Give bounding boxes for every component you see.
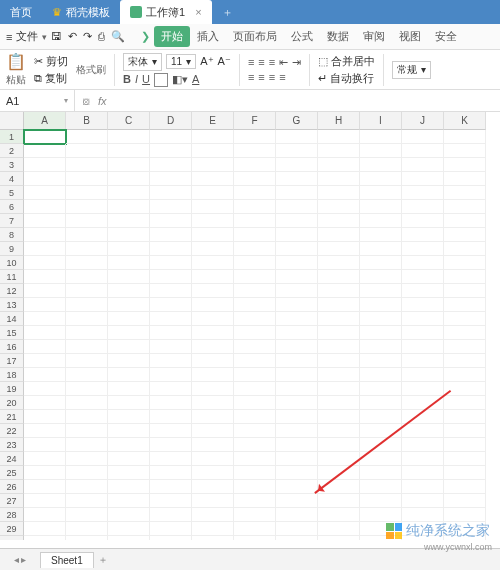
cell[interactable] [318, 396, 360, 410]
cell[interactable] [276, 340, 318, 354]
ribbon-tab-review[interactable]: 审阅 [356, 26, 392, 47]
cell[interactable] [276, 186, 318, 200]
cell[interactable] [192, 144, 234, 158]
cell[interactable] [234, 200, 276, 214]
cell[interactable] [108, 536, 150, 540]
col-header-J[interactable]: J [402, 112, 444, 130]
cell[interactable] [444, 354, 486, 368]
col-header-A[interactable]: A [24, 112, 66, 130]
cell[interactable] [444, 424, 486, 438]
cell[interactable] [234, 340, 276, 354]
align-center-icon[interactable]: ≡ [258, 71, 264, 83]
row-header[interactable]: 6 [0, 200, 24, 214]
cell[interactable] [150, 270, 192, 284]
row-header[interactable]: 17 [0, 354, 24, 368]
cell[interactable] [150, 172, 192, 186]
cell[interactable] [234, 480, 276, 494]
cell[interactable] [444, 172, 486, 186]
cell[interactable] [360, 452, 402, 466]
cell[interactable] [108, 424, 150, 438]
cell[interactable] [360, 354, 402, 368]
cell[interactable] [234, 522, 276, 536]
cell[interactable] [402, 312, 444, 326]
cell[interactable] [24, 144, 66, 158]
cell[interactable] [360, 410, 402, 424]
cell[interactable] [150, 298, 192, 312]
cell[interactable] [402, 228, 444, 242]
cell[interactable] [66, 396, 108, 410]
cell[interactable] [318, 284, 360, 298]
formula-bar[interactable]: ⦻ fx [75, 95, 113, 107]
cell[interactable] [276, 284, 318, 298]
cell[interactable] [276, 466, 318, 480]
cell[interactable] [150, 228, 192, 242]
cell[interactable] [66, 158, 108, 172]
cell[interactable] [150, 312, 192, 326]
cell[interactable] [150, 340, 192, 354]
cell[interactable] [402, 368, 444, 382]
cell[interactable] [276, 326, 318, 340]
cell[interactable] [444, 158, 486, 172]
cell[interactable] [318, 480, 360, 494]
cell[interactable] [192, 508, 234, 522]
cell[interactable] [318, 172, 360, 186]
row-header[interactable]: 3 [0, 158, 24, 172]
cell[interactable] [24, 242, 66, 256]
tab-template[interactable]: ♛ 稻壳模板 [42, 0, 120, 24]
cell[interactable] [234, 396, 276, 410]
redo-icon[interactable]: ↷ [83, 30, 92, 43]
cell[interactable] [234, 508, 276, 522]
cell[interactable] [444, 410, 486, 424]
cell[interactable] [192, 354, 234, 368]
align-right-icon[interactable]: ≡ [269, 71, 275, 83]
cell[interactable] [24, 172, 66, 186]
cell[interactable] [444, 228, 486, 242]
cell[interactable] [66, 326, 108, 340]
cell[interactable] [402, 256, 444, 270]
cell[interactable] [318, 410, 360, 424]
cell[interactable] [192, 186, 234, 200]
cell[interactable] [66, 466, 108, 480]
cell[interactable] [150, 508, 192, 522]
cell[interactable] [66, 172, 108, 186]
row-header[interactable]: 22 [0, 424, 24, 438]
cell[interactable] [318, 424, 360, 438]
file-menu[interactable]: 文件 [16, 29, 38, 44]
cell[interactable] [276, 480, 318, 494]
cell[interactable] [150, 396, 192, 410]
cell[interactable] [444, 130, 486, 144]
cell[interactable] [108, 228, 150, 242]
cell[interactable] [360, 186, 402, 200]
cell[interactable] [360, 508, 402, 522]
cell[interactable] [402, 200, 444, 214]
cell[interactable] [192, 228, 234, 242]
cell[interactable] [108, 130, 150, 144]
copy-button[interactable]: ⧉ 复制 [34, 71, 67, 86]
font-size-select[interactable]: 11 ▾ [166, 54, 196, 69]
cell[interactable] [318, 522, 360, 536]
cell[interactable] [24, 494, 66, 508]
cell[interactable] [360, 158, 402, 172]
cell[interactable] [150, 452, 192, 466]
ribbon-tab-formula[interactable]: 公式 [284, 26, 320, 47]
cell[interactable] [318, 144, 360, 158]
cell[interactable] [66, 130, 108, 144]
cell[interactable] [66, 256, 108, 270]
row-header[interactable]: 25 [0, 466, 24, 480]
cell[interactable] [108, 452, 150, 466]
cell[interactable] [150, 494, 192, 508]
cell[interactable] [402, 354, 444, 368]
col-header-C[interactable]: C [108, 112, 150, 130]
cell[interactable] [360, 144, 402, 158]
align-mid-icon[interactable]: ≡ [258, 56, 264, 69]
cell[interactable] [66, 312, 108, 326]
underline-button[interactable]: U [142, 73, 150, 87]
cell[interactable] [276, 298, 318, 312]
cell[interactable] [234, 256, 276, 270]
cell[interactable] [318, 256, 360, 270]
cell[interactable] [192, 200, 234, 214]
ribbon-chevron-icon[interactable]: ❯ [141, 30, 150, 43]
cell[interactable] [192, 536, 234, 540]
cell[interactable] [444, 242, 486, 256]
cell[interactable] [402, 480, 444, 494]
